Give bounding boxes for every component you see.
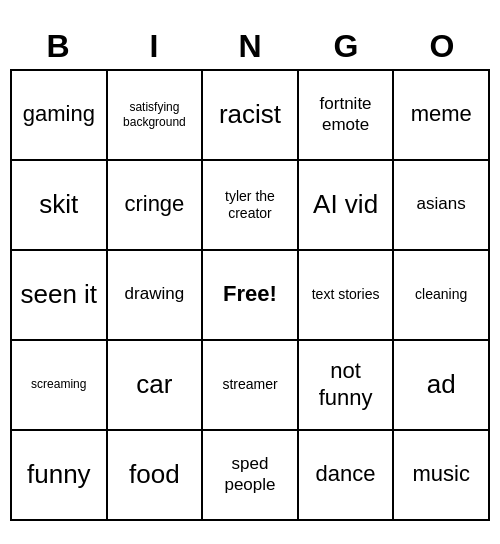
bingo-cell[interactable]: seen it [12,251,108,341]
cell-text: streamer [222,376,277,393]
bingo-cell[interactable]: Free! [203,251,299,341]
bingo-cell[interactable]: not funny [299,341,395,431]
bingo-cell[interactable]: meme [394,71,490,161]
cell-text: seen it [20,279,97,310]
bingo-cell[interactable]: gaming [12,71,108,161]
header-letter: G [298,24,394,69]
cell-text: AI vid [313,189,378,220]
cell-text: funny [27,459,91,490]
bingo-cell[interactable]: skit [12,161,108,251]
cell-text: text stories [312,286,380,303]
cell-text: ad [427,369,456,400]
cell-text: drawing [125,284,185,304]
bingo-cell[interactable]: cleaning [394,251,490,341]
cell-text: meme [411,101,472,127]
cell-text: cleaning [415,286,467,303]
cell-text: Free! [223,281,277,307]
cell-text: music [412,461,469,487]
cell-text: not funny [303,358,389,411]
bingo-cell[interactable]: food [108,431,204,521]
cell-text: car [136,369,172,400]
header-letter: N [202,24,298,69]
cell-text: dance [316,461,376,487]
bingo-cell[interactable]: racist [203,71,299,161]
cell-text: food [129,459,180,490]
bingo-cell[interactable]: text stories [299,251,395,341]
bingo-cell[interactable]: fortnite emote [299,71,395,161]
bingo-cell[interactable]: tyler the creator [203,161,299,251]
bingo-grid: gamingsatisfying backgroundracistfortnit… [10,69,490,521]
bingo-cell[interactable]: asians [394,161,490,251]
header-letter: B [10,24,106,69]
header-letter: I [106,24,202,69]
bingo-cell[interactable]: drawing [108,251,204,341]
cell-text: skit [39,189,78,220]
header-letter: O [394,24,490,69]
cell-text: cringe [124,191,184,217]
cell-text: satisfying background [112,100,198,129]
bingo-cell[interactable]: ad [394,341,490,431]
bingo-cell[interactable]: sped people [203,431,299,521]
bingo-cell[interactable]: car [108,341,204,431]
cell-text: fortnite emote [303,94,389,135]
bingo-cell[interactable]: music [394,431,490,521]
bingo-cell[interactable]: streamer [203,341,299,431]
cell-text: sped people [207,454,293,495]
bingo-cell[interactable]: cringe [108,161,204,251]
cell-text: asians [417,194,466,214]
cell-text: screaming [31,377,86,391]
cell-text: racist [219,99,281,130]
bingo-cell[interactable]: funny [12,431,108,521]
bingo-header: BINGO [10,24,490,69]
bingo-board: BINGO gamingsatisfying backgroundracistf… [10,24,490,521]
bingo-cell[interactable]: AI vid [299,161,395,251]
cell-text: tyler the creator [207,188,293,222]
bingo-cell[interactable]: dance [299,431,395,521]
cell-text: gaming [23,101,95,127]
bingo-cell[interactable]: screaming [12,341,108,431]
bingo-cell[interactable]: satisfying background [108,71,204,161]
